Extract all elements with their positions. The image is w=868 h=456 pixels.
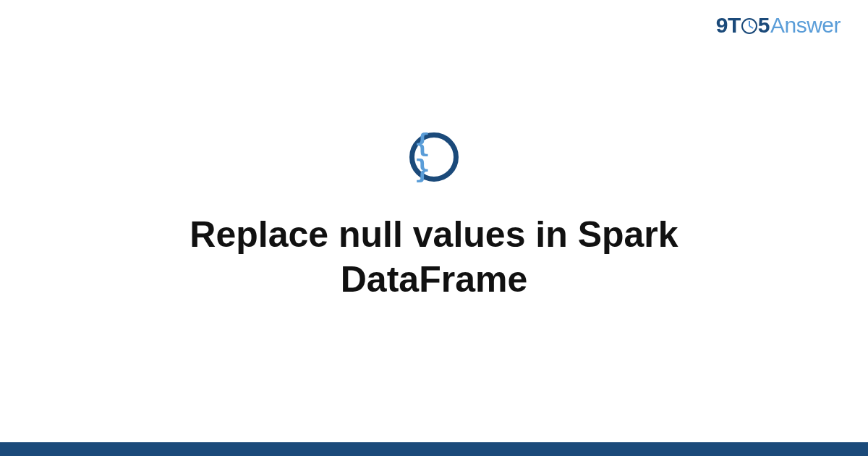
footer-accent-bar (0, 442, 868, 456)
page-title: Replace null values in Spark DataFrame (109, 212, 760, 303)
main-content: { } Replace null values in Spark DataFra… (0, 0, 868, 456)
braces-glyph: { } (414, 130, 454, 182)
code-braces-icon: { } (409, 132, 459, 182)
